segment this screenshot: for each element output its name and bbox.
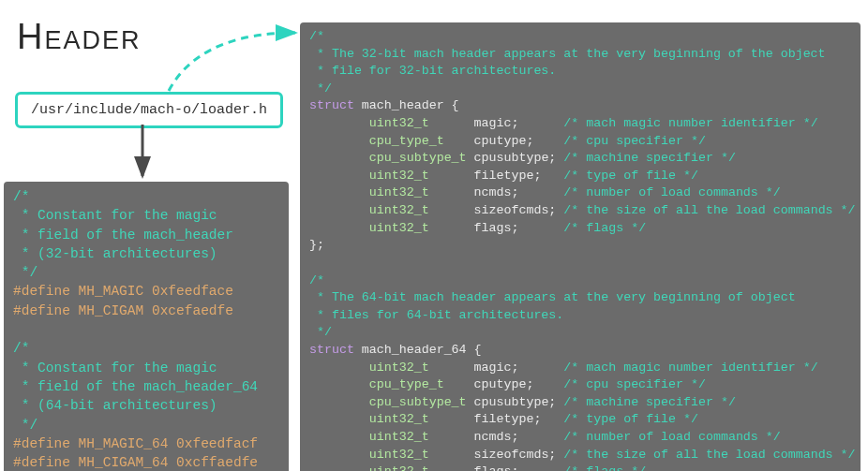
comment-inline: /* mach magic number identifier */ xyxy=(563,361,817,375)
comment-line: * field of the mach_header xyxy=(13,228,233,243)
header-title: Header xyxy=(17,17,141,57)
comment-inline: /* cpu specifier */ xyxy=(563,377,706,391)
type: uint32_t xyxy=(369,203,429,217)
type: uint32_t xyxy=(369,221,429,235)
type: cpu_type_t xyxy=(369,134,444,148)
struct-name: mach_header_64 { xyxy=(354,343,482,357)
type: uint32_t xyxy=(369,116,429,130)
comment-inline: /* the size of all the load commands */ xyxy=(563,448,855,462)
comment-inline: /* cpu specifier */ xyxy=(563,134,706,148)
field: flags; xyxy=(474,221,519,235)
comment-inline: /* mach magic number identifier */ xyxy=(563,116,817,130)
struct-close: }; xyxy=(309,238,324,252)
field: filetype; xyxy=(474,169,542,183)
struct-name: mach_header { xyxy=(354,98,459,112)
comment-line: /* xyxy=(309,29,324,43)
field: filetype; xyxy=(474,412,542,426)
field: flags; xyxy=(474,464,519,471)
comment-line: */ xyxy=(13,418,37,433)
type: uint32_t xyxy=(369,361,429,375)
struct-keyword: struct xyxy=(309,343,354,357)
field: ncmds; xyxy=(474,185,519,199)
type: uint32_t xyxy=(369,169,429,183)
field: ncmds; xyxy=(474,430,519,444)
field: cpusubtype; xyxy=(474,395,557,409)
code-block-struct-definitions: /* * The 32-bit mach header appears at t… xyxy=(300,22,861,471)
field: magic; xyxy=(474,361,519,375)
comment-inline: /* type of file */ xyxy=(563,169,698,183)
type: uint32_t xyxy=(369,430,429,444)
define-line: #define MH_CIGAM_64 0xcffaedfe xyxy=(13,455,258,470)
comment-line: */ xyxy=(309,81,332,96)
comment-line: */ xyxy=(309,325,332,339)
field: sizeofcmds; xyxy=(474,203,557,217)
comment-line: * The 64-bit mach header appears at the … xyxy=(309,290,796,304)
code-block-magic-constants: /* * Constant for the magic * field of t… xyxy=(4,182,289,471)
comment-inline: /* the size of all the load commands */ xyxy=(563,203,855,217)
field: cpusubtype; xyxy=(474,151,557,165)
comment-inline: /* number of load commands */ xyxy=(563,185,780,199)
define-line: #define MH_MAGIC 0xfeedface xyxy=(13,284,233,299)
field: cputype; xyxy=(474,377,534,391)
field: cputype; xyxy=(474,134,534,148)
type: cpu_subtype_t xyxy=(369,151,467,165)
comment-line: */ xyxy=(13,265,37,280)
type: uint32_t xyxy=(369,448,429,462)
comment-inline: /* number of load commands */ xyxy=(563,430,780,444)
comment-inline: /* machine specifier */ xyxy=(563,395,736,409)
type: uint32_t xyxy=(369,464,429,471)
comment-line: /* xyxy=(13,341,29,356)
comment-line: * files for 64-bit architectures. xyxy=(309,308,563,322)
comment-line: * Constant for the magic xyxy=(13,361,217,375)
comment-inline: /* type of file */ xyxy=(563,412,698,426)
comment-line: * Constant for the magic xyxy=(13,208,217,223)
type: uint32_t xyxy=(369,412,429,426)
comment-inline: /* flags */ xyxy=(563,221,646,235)
comment-line: * (32-bit architectures) xyxy=(13,246,217,261)
comment-line: /* xyxy=(13,189,29,204)
type: cpu_subtype_t xyxy=(369,395,467,409)
define-line: #define MH_CIGAM 0xcefaedfe xyxy=(13,303,233,318)
comment-line: /* xyxy=(309,273,324,287)
type: cpu_type_t xyxy=(369,377,444,391)
comment-inline: /* flags */ xyxy=(563,464,646,471)
field: sizeofcmds; xyxy=(474,448,557,462)
comment-inline: /* machine specifier */ xyxy=(563,151,736,165)
comment-line: * field of the mach_header_64 xyxy=(13,379,258,394)
comment-line: * file for 32-bit architectures. xyxy=(309,64,556,78)
comment-line: * (64-bit architectures) xyxy=(13,398,217,413)
field: magic; xyxy=(474,116,519,130)
comment-line: * The 32-bit mach header appears at the … xyxy=(309,47,826,61)
define-line: #define MH_MAGIC_64 0xfeedfacf xyxy=(13,436,258,451)
struct-keyword: struct xyxy=(309,98,354,112)
file-path-box: /usr/include/mach-o/loader.h xyxy=(15,92,283,128)
type: uint32_t xyxy=(369,185,429,199)
